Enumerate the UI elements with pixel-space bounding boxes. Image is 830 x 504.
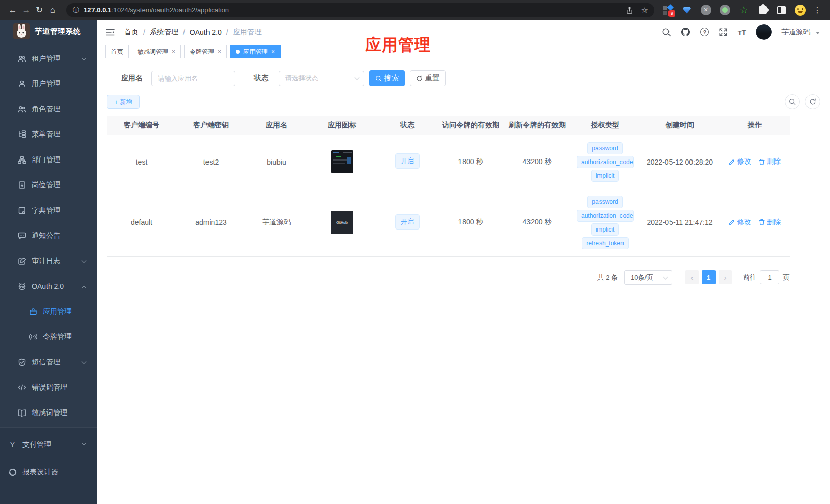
green-star-icon: ☆ xyxy=(739,5,748,15)
status-badge[interactable]: 开启 xyxy=(395,153,420,169)
tab-home[interactable]: 首页 xyxy=(105,45,129,58)
sidebar-item-post[interactable]: 岗位管理 xyxy=(0,173,97,198)
sidebar-item-oauth-application[interactable]: 应用管理 xyxy=(0,299,97,325)
edit-button[interactable]: 修改 xyxy=(729,157,751,166)
close-icon[interactable]: × xyxy=(271,48,275,55)
sidebar-item-error-code[interactable]: 错误码管理 xyxy=(0,375,97,401)
delete-button[interactable]: 删除 xyxy=(758,157,781,166)
sidebar-item-role[interactable]: 角色管理 xyxy=(0,97,97,122)
gem-extension-icon[interactable] xyxy=(681,5,693,16)
add-button[interactable]: + 新增 xyxy=(107,95,140,109)
github-icon[interactable] xyxy=(681,27,690,37)
prev-page-button[interactable]: ‹ xyxy=(685,270,699,284)
sidebar-item-dict[interactable]: 字典管理 xyxy=(0,198,97,223)
cell-client-id: default xyxy=(107,189,176,256)
table-row: default admin123 芋道源码 GitHub 开启 1800 秒 4… xyxy=(107,189,790,256)
logo-bar[interactable]: 芋道管理系统 xyxy=(0,20,97,42)
status-select[interactable]: 请选择状态 xyxy=(279,71,364,86)
sidebar-item-user[interactable]: 用户管理 xyxy=(0,72,97,97)
browser-back-button[interactable]: ← xyxy=(6,5,19,15)
site-info-icon[interactable]: ⓘ xyxy=(73,6,79,15)
sidebar-item-pay[interactable]: ¥ 支付管理 xyxy=(0,431,97,459)
browser-menu-button[interactable]: ⋮ xyxy=(813,5,821,15)
browser-home-button[interactable]: ⌂ xyxy=(46,5,59,15)
tab-label: 令牌管理 xyxy=(190,48,214,56)
sidebar-item-oauth[interactable]: OAuth 2.0 xyxy=(0,274,97,300)
fullscreen-icon[interactable] xyxy=(719,28,728,37)
sidebar-item-audit-log[interactable]: 审计日志 xyxy=(0,248,97,274)
close-icon[interactable]: × xyxy=(218,48,221,55)
extensions-puzzle-button[interactable] xyxy=(757,5,768,16)
extension-icons: 9 ✕ ☆ xyxy=(662,5,806,16)
sidebar-item-oauth-token[interactable]: 令牌管理 xyxy=(0,325,97,350)
col-actions: 操作 xyxy=(720,116,790,135)
recorder-extension-icon[interactable] xyxy=(719,5,730,16)
sidebar-item-tenant[interactable]: 租户管理 xyxy=(0,46,97,72)
avatar[interactable] xyxy=(756,24,772,40)
refresh-table-button[interactable] xyxy=(805,94,820,109)
sidebar-item-label: 令牌管理 xyxy=(43,332,72,341)
search-button[interactable]: 搜索 xyxy=(369,70,405,86)
goto-page-input[interactable] xyxy=(760,270,779,284)
sidebar-item-report-designer[interactable]: 报表设计器 xyxy=(0,459,97,486)
gem-icon xyxy=(683,7,691,14)
delete-label: 删除 xyxy=(767,157,781,166)
sidebar-item-sms[interactable]: 短信管理 xyxy=(0,350,97,375)
browser-reload-button[interactable]: ↻ xyxy=(33,5,46,15)
edit-button[interactable]: 修改 xyxy=(729,218,751,227)
sidebar-item-label: 用户管理 xyxy=(32,79,60,88)
app-name-input[interactable] xyxy=(151,71,235,86)
breadcrumb-system[interactable]: 系统管理 xyxy=(150,28,178,37)
org-chart-icon xyxy=(17,156,26,164)
sidepanel-button[interactable] xyxy=(776,5,787,16)
bookmark-star-icon[interactable]: ☆ xyxy=(641,6,648,15)
add-button-label: 新增 xyxy=(120,98,132,106)
header-search-icon[interactable] xyxy=(662,28,671,37)
breadcrumb-home[interactable]: 首页 xyxy=(124,28,139,37)
reset-button[interactable]: 重置 xyxy=(410,70,446,86)
next-page-button[interactable]: › xyxy=(719,270,732,284)
table-header-row: 客户端编号 客户端密钥 应用名 应用图标 状态 访问令牌的有效期 刷新令牌的有效… xyxy=(107,116,790,135)
table-row: test test2 biubiu 开启 1800 秒 43200 秒 pass… xyxy=(107,135,790,189)
profile-avatar-button[interactable] xyxy=(795,5,806,16)
username[interactable]: 芋道源码 xyxy=(781,28,810,37)
delete-button[interactable]: 删除 xyxy=(758,218,781,227)
tab-token[interactable]: 令牌管理× xyxy=(184,45,227,58)
id-badge-icon xyxy=(17,181,26,189)
star-extension-icon[interactable]: ☆ xyxy=(738,5,749,16)
user-icon xyxy=(17,80,26,88)
edit-pencil-icon xyxy=(729,219,735,225)
close-icon[interactable]: × xyxy=(172,48,175,55)
goto-label: 前往 xyxy=(743,273,756,282)
extension-grid-icon[interactable]: 9 xyxy=(662,5,674,16)
tab-application[interactable]: 应用管理× xyxy=(230,45,281,58)
toggle-search-button[interactable] xyxy=(785,94,800,109)
emoji-avatar-icon xyxy=(795,5,806,16)
page-content: 应用名 状态 请选择状态 搜索 重置 + xyxy=(97,60,830,285)
user-caret-down-icon[interactable] xyxy=(816,32,820,34)
url-text: 127.0.0.1:1024/system/oauth2/oauth2/appl… xyxy=(84,6,229,14)
breadcrumb-oauth[interactable]: OAuth 2.0 xyxy=(190,28,222,36)
table-toolbar: + 新增 xyxy=(107,94,820,109)
status-badge[interactable]: 开启 xyxy=(395,214,420,230)
browser-forward-button[interactable]: → xyxy=(19,5,33,15)
page-number-1[interactable]: 1 xyxy=(702,270,716,284)
page-size-select[interactable]: 10条/页 xyxy=(624,270,672,285)
navbar: 首页 / 系统管理 / OAuth 2.0 / 应用管理 ? тT 芋道源码 xyxy=(97,20,830,43)
sidebar-item-menu[interactable]: 菜单管理 xyxy=(0,122,97,148)
sidebar-collapse-icon[interactable] xyxy=(105,27,116,37)
tab-label: 应用管理 xyxy=(243,48,268,56)
font-size-icon[interactable]: тT xyxy=(737,28,746,36)
help-icon[interactable]: ? xyxy=(700,28,709,36)
tab-sensitive-word[interactable]: 敏感词管理× xyxy=(132,45,181,58)
app-name-label: 应用名 xyxy=(121,74,143,83)
app-title: 芋道管理系统 xyxy=(35,27,81,36)
breadcrumb: 首页 / 系统管理 / OAuth 2.0 / 应用管理 xyxy=(124,28,262,37)
cell-access-ttl: 1800 秒 xyxy=(438,189,503,256)
share-icon[interactable] xyxy=(626,6,633,14)
sidebar-item-dept[interactable]: 部门管理 xyxy=(0,147,97,173)
gray-extension-icon[interactable]: ✕ xyxy=(700,5,711,16)
address-bar[interactable]: ⓘ 127.0.0.1:1024/system/oauth2/oauth2/ap… xyxy=(66,3,654,17)
sidebar-item-sensitive-word[interactable]: 敏感词管理 xyxy=(0,400,97,426)
sidebar-item-notice[interactable]: 通知公告 xyxy=(0,223,97,249)
